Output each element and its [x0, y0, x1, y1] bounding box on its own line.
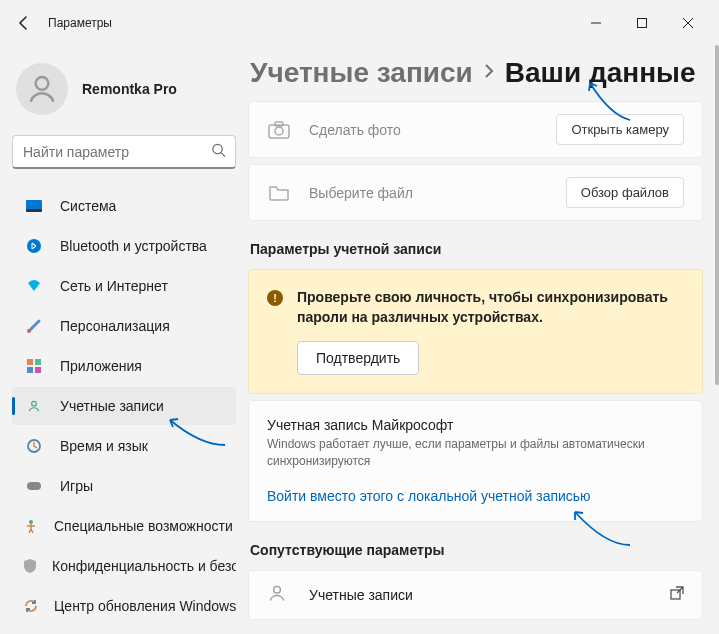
sidebar-item-accessibility[interactable]: Специальные возможности: [12, 507, 236, 545]
open-camera-button[interactable]: Открыть камеру: [556, 114, 684, 145]
svg-rect-13: [35, 359, 41, 365]
warning-card: ! Проверьте свою личность, чтобы синхрон…: [248, 269, 703, 394]
breadcrumb: Учетные записи Ваши данные: [248, 45, 715, 101]
sidebar-item-gaming[interactable]: Игры: [12, 467, 236, 505]
sidebar-item-bluetooth[interactable]: Bluetooth и устройства: [12, 227, 236, 265]
sidebar-item-apps[interactable]: Приложения: [12, 347, 236, 385]
file-label: Выберите файл: [309, 185, 413, 201]
svg-point-4: [36, 77, 49, 90]
svg-point-23: [274, 586, 281, 593]
sidebar-item-label: Время и язык: [60, 438, 148, 454]
person-icon: [24, 396, 44, 416]
content: Учетные записи Ваши данные Сделать фото …: [248, 45, 719, 634]
accessibility-icon: [24, 516, 38, 536]
local-account-link[interactable]: Войти вместо этого с локальной учетной з…: [267, 488, 591, 504]
svg-rect-18: [27, 482, 41, 490]
warning-icon: !: [267, 290, 283, 306]
svg-rect-8: [26, 209, 42, 212]
search-input[interactable]: [12, 135, 236, 169]
svg-line-6: [221, 153, 225, 157]
close-icon: [683, 18, 693, 28]
user-profile[interactable]: Remontka Pro: [16, 63, 236, 115]
warning-text: Проверьте свою личность, чтобы синхрониз…: [297, 288, 684, 327]
arrow-left-icon: [16, 15, 32, 31]
sidebar-item-label: Система: [60, 198, 116, 214]
system-icon: [24, 196, 44, 216]
related-card[interactable]: Учетные записи: [248, 570, 703, 620]
search-icon: [211, 143, 226, 162]
folder-icon: [267, 184, 291, 202]
close-button[interactable]: [665, 7, 711, 39]
back-button[interactable]: [8, 7, 40, 39]
svg-point-16: [32, 401, 37, 406]
sidebar-item-system[interactable]: Система: [12, 187, 236, 225]
minimize-icon: [591, 18, 601, 28]
gamepad-icon: [24, 476, 44, 496]
titlebar: Параметры: [0, 0, 719, 45]
apps-icon: [24, 356, 44, 376]
shield-icon: [24, 556, 36, 576]
svg-point-11: [27, 329, 31, 333]
photo-label: Сделать фото: [309, 122, 401, 138]
sidebar-item-privacy[interactable]: Конфиденциальность и безопасность: [12, 547, 236, 585]
maximize-button[interactable]: [619, 7, 665, 39]
svg-point-9: [27, 239, 41, 253]
ms-account-card: Учетная запись Майкрософт Windows работа…: [248, 400, 703, 522]
sidebar-item-accounts[interactable]: Учетные записи: [12, 387, 236, 425]
svg-rect-1: [638, 18, 647, 27]
svg-point-19: [29, 520, 33, 524]
sidebar-item-label: Игры: [60, 478, 93, 494]
sidebar-item-label: Сеть и Интернет: [60, 278, 168, 294]
minimize-button[interactable]: [573, 7, 619, 39]
bluetooth-icon: [24, 236, 44, 256]
user-name: Remontka Pro: [82, 81, 177, 97]
external-link-icon: [670, 586, 684, 604]
person-icon: [267, 583, 291, 607]
ms-account-desc: Windows работает лучше, если параметры и…: [267, 436, 684, 470]
sidebar-item-label: Центр обновления Windows: [54, 598, 236, 614]
person-icon: [25, 72, 59, 106]
svg-rect-12: [27, 359, 33, 365]
sidebar-item-label: Конфиденциальность и безопасность: [52, 558, 236, 574]
sidebar: Remontka Pro Система Bluetooth и устройс…: [0, 45, 248, 634]
svg-point-5: [213, 144, 222, 153]
avatar: [16, 63, 68, 115]
maximize-icon: [637, 18, 647, 28]
svg-line-10: [29, 321, 39, 331]
photo-card: Сделать фото Открыть камеру: [248, 101, 703, 158]
search-box[interactable]: [12, 135, 236, 169]
sidebar-item-time[interactable]: Время и язык: [12, 427, 236, 465]
window-title: Параметры: [48, 16, 112, 30]
sidebar-item-update[interactable]: Центр обновления Windows: [12, 587, 236, 625]
clock-icon: [24, 436, 44, 456]
svg-point-21: [275, 127, 283, 135]
sidebar-item-label: Специальные возможности: [54, 518, 233, 534]
nav: Система Bluetooth и устройства Сеть и Ин…: [12, 187, 236, 625]
sidebar-item-label: Bluetooth и устройства: [60, 238, 207, 254]
sidebar-item-label: Персонализация: [60, 318, 170, 334]
update-icon: [24, 596, 38, 616]
camera-icon: [267, 121, 291, 139]
chevron-right-icon: [483, 64, 495, 82]
page-title: Ваши данные: [505, 57, 696, 89]
file-card: Выберите файл Обзор файлов: [248, 164, 703, 221]
svg-rect-14: [27, 367, 33, 373]
sidebar-item-label: Приложения: [60, 358, 142, 374]
wifi-icon: [24, 276, 44, 296]
svg-rect-22: [275, 122, 283, 126]
sidebar-item-label: Учетные записи: [60, 398, 164, 414]
window-controls: [573, 7, 711, 39]
sidebar-item-network[interactable]: Сеть и Интернет: [12, 267, 236, 305]
sidebar-item-personalization[interactable]: Персонализация: [12, 307, 236, 345]
related-label: Учетные записи: [309, 587, 413, 603]
account-section-title: Параметры учетной записи: [250, 241, 715, 257]
confirm-button[interactable]: Подтвердить: [297, 341, 419, 375]
browse-files-button[interactable]: Обзор файлов: [566, 177, 684, 208]
scrollbar[interactable]: [715, 45, 719, 385]
svg-rect-15: [35, 367, 41, 373]
breadcrumb-parent[interactable]: Учетные записи: [250, 57, 473, 89]
ms-account-title: Учетная запись Майкрософт: [267, 417, 684, 433]
brush-icon: [24, 316, 44, 336]
related-section-title: Сопутствующие параметры: [250, 542, 715, 558]
